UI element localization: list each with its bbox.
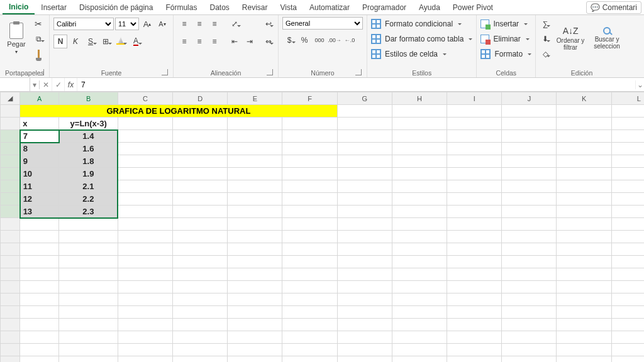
cell[interactable] bbox=[337, 168, 392, 180]
cell[interactable] bbox=[392, 193, 447, 206]
cell[interactable] bbox=[611, 206, 644, 218]
cell[interactable] bbox=[118, 256, 172, 268]
cell[interactable] bbox=[173, 281, 228, 293]
cell[interactable] bbox=[557, 331, 611, 344]
cell[interactable] bbox=[611, 130, 644, 143]
sort-filter-button[interactable]: A↓Z Ordenar y filtrar bbox=[553, 17, 587, 60]
cell[interactable] bbox=[502, 256, 557, 268]
cell[interactable]: 7 bbox=[20, 130, 59, 143]
row-header[interactable] bbox=[1, 256, 20, 268]
tab-automatizar[interactable]: Automatizar bbox=[303, 1, 356, 14]
cell[interactable]: 1.4 bbox=[59, 130, 118, 143]
cell[interactable]: 2.2 bbox=[59, 193, 118, 206]
cell[interactable] bbox=[392, 256, 447, 268]
cell[interactable] bbox=[228, 180, 282, 193]
cell[interactable]: 12 bbox=[20, 193, 59, 206]
cell-styles-button[interactable]: Estilos de celda bbox=[371, 47, 472, 61]
cell[interactable] bbox=[392, 218, 447, 231]
cell[interactable] bbox=[392, 281, 447, 293]
cell[interactable] bbox=[447, 344, 502, 356]
cell[interactable] bbox=[282, 180, 337, 193]
cell[interactable] bbox=[557, 118, 611, 130]
col-header-J[interactable]: J bbox=[502, 92, 557, 105]
cell[interactable] bbox=[502, 293, 557, 306]
cell[interactable] bbox=[611, 293, 644, 306]
cell[interactable] bbox=[228, 256, 282, 268]
cell[interactable] bbox=[557, 281, 611, 293]
row-header[interactable] bbox=[1, 105, 20, 118]
cell[interactable] bbox=[502, 306, 557, 319]
cell[interactable] bbox=[557, 293, 611, 306]
col-header-I[interactable]: I bbox=[447, 92, 502, 105]
cell[interactable] bbox=[337, 319, 392, 331]
cell[interactable] bbox=[392, 268, 447, 281]
cell[interactable] bbox=[502, 243, 557, 256]
cell[interactable] bbox=[59, 293, 118, 306]
cell[interactable]: 13 bbox=[20, 206, 59, 218]
cell[interactable] bbox=[502, 105, 557, 118]
cell[interactable] bbox=[502, 143, 557, 155]
cell[interactable] bbox=[337, 118, 392, 130]
cell[interactable] bbox=[392, 155, 447, 168]
cell[interactable] bbox=[59, 256, 118, 268]
cell[interactable] bbox=[173, 293, 228, 306]
cell[interactable] bbox=[228, 331, 282, 344]
name-box-dropdown[interactable]: ▾ bbox=[30, 80, 40, 89]
cell[interactable] bbox=[228, 268, 282, 281]
increase-indent-button[interactable]: ⇥ bbox=[243, 35, 257, 48]
cell[interactable] bbox=[611, 243, 644, 256]
col-header-L[interactable]: L bbox=[611, 92, 644, 105]
cell[interactable] bbox=[447, 331, 502, 344]
cell[interactable] bbox=[557, 218, 611, 231]
decrease-indent-button[interactable]: ⇤ bbox=[228, 35, 242, 48]
cell[interactable] bbox=[337, 193, 392, 206]
cell[interactable] bbox=[502, 155, 557, 168]
cell[interactable] bbox=[337, 218, 392, 231]
cell[interactable] bbox=[228, 319, 282, 331]
cell[interactable] bbox=[118, 193, 172, 206]
cell[interactable] bbox=[337, 130, 392, 143]
col-header-B[interactable]: B bbox=[59, 92, 118, 105]
cell[interactable] bbox=[337, 293, 392, 306]
row-header[interactable] bbox=[1, 168, 20, 180]
cell[interactable] bbox=[282, 356, 337, 363]
align-left-button[interactable]: ≡ bbox=[177, 35, 191, 48]
cell[interactable] bbox=[282, 281, 337, 293]
cell[interactable] bbox=[282, 319, 337, 331]
cell[interactable]: 10 bbox=[20, 168, 59, 180]
cell[interactable] bbox=[282, 243, 337, 256]
cell[interactable] bbox=[118, 180, 172, 193]
cell[interactable] bbox=[557, 143, 611, 155]
cell[interactable] bbox=[118, 243, 172, 256]
row-header[interactable] bbox=[1, 155, 20, 168]
decrease-decimal-button[interactable]: ←.0 bbox=[343, 33, 357, 47]
cell[interactable] bbox=[20, 331, 59, 344]
cell[interactable] bbox=[611, 218, 644, 231]
number-format-select[interactable]: General bbox=[282, 17, 363, 30]
cell[interactable] bbox=[337, 281, 392, 293]
cell-x-header[interactable]: x bbox=[20, 118, 59, 130]
cell[interactable] bbox=[447, 356, 502, 363]
tab-revisar[interactable]: Revisar bbox=[236, 1, 274, 14]
align-right-button[interactable]: ≡ bbox=[208, 35, 221, 48]
clipboard-launcher[interactable] bbox=[38, 69, 44, 75]
decrease-font-button[interactable]: A▾ bbox=[155, 17, 169, 31]
align-bottom-button[interactable]: ≡ bbox=[208, 17, 221, 31]
cell[interactable]: 9 bbox=[20, 155, 59, 168]
tab-disposicion[interactable]: Disposición de página bbox=[73, 1, 159, 14]
cell[interactable] bbox=[173, 118, 228, 130]
cell[interactable] bbox=[173, 180, 228, 193]
cell[interactable] bbox=[282, 130, 337, 143]
cell[interactable] bbox=[228, 231, 282, 243]
cell[interactable] bbox=[502, 130, 557, 143]
cell[interactable]: 11 bbox=[20, 180, 59, 193]
cell[interactable] bbox=[118, 319, 172, 331]
cell[interactable] bbox=[502, 281, 557, 293]
cell[interactable] bbox=[447, 319, 502, 331]
enter-formula-button[interactable]: ✓ bbox=[52, 78, 65, 91]
cell[interactable] bbox=[228, 356, 282, 363]
cell[interactable] bbox=[59, 268, 118, 281]
cell[interactable] bbox=[337, 206, 392, 218]
tab-datos[interactable]: Datos bbox=[203, 1, 235, 14]
cell[interactable] bbox=[557, 268, 611, 281]
